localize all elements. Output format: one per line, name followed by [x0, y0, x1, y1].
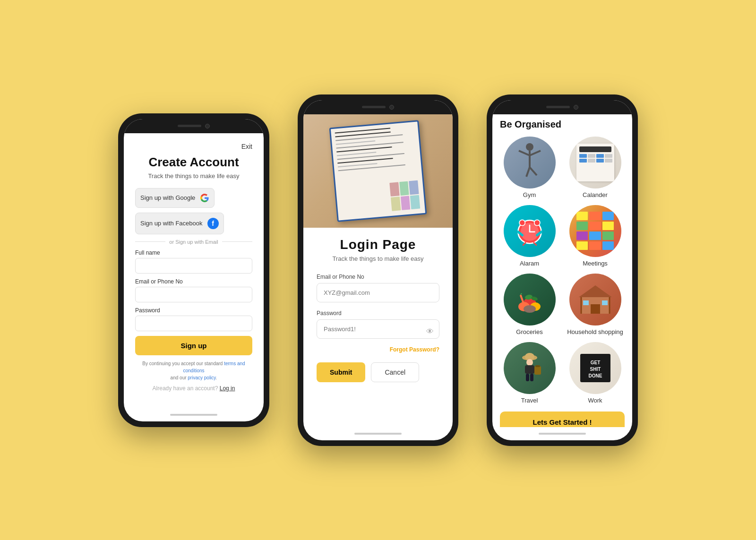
travel-label: Travel — [521, 397, 538, 404]
svg-point-19 — [524, 305, 536, 313]
google-icon — [200, 193, 209, 203]
category-meetings[interactable]: Meetings — [566, 205, 625, 267]
email-divider: or Sign up with Email — [135, 239, 252, 245]
camera3 — [574, 105, 578, 110]
phone3-screen: Be Organised — [492, 100, 632, 440]
forgot-password-link[interactable]: Forgot Password? — [317, 346, 439, 353]
login-buttons: Submit Cancel — [317, 362, 439, 382]
privacy-link[interactable]: privacy policy — [188, 375, 215, 380]
create-account-content: Exit Create Account Track the things to … — [124, 133, 264, 408]
notebook-lines — [335, 126, 418, 171]
travel-circle — [504, 342, 556, 394]
submit-button[interactable]: Submit — [317, 362, 365, 382]
phone2-notch-bar — [303, 100, 453, 114]
login-password-label: Password — [317, 310, 439, 317]
camera — [205, 124, 210, 129]
svg-point-32 — [526, 359, 533, 366]
household-circle — [569, 274, 621, 326]
phone1-notch — [165, 120, 222, 133]
create-account-subtitle: Track the things to make life easy — [135, 172, 252, 180]
camera2 — [389, 105, 394, 110]
work-circle: GET SHIT DONE — [569, 342, 621, 394]
phone3-notch-bar — [492, 100, 632, 114]
work-visual: GET SHIT DONE — [569, 342, 621, 394]
category-calendar[interactable]: Calander — [566, 137, 625, 198]
eye-icon[interactable]: 👁 — [426, 327, 434, 336]
get-started-button[interactable]: Lets Get Started ! — [500, 411, 625, 427]
category-gym[interactable]: Gym — [500, 137, 559, 198]
category-groceries[interactable]: Groceries — [500, 274, 559, 335]
dashboard-header: Be Organised — [500, 119, 625, 130]
speaker2 — [362, 106, 386, 108]
home-bar2 — [354, 433, 402, 435]
signup-button[interactable]: Sign up — [135, 336, 252, 355]
groceries-visual — [504, 274, 556, 326]
login-link[interactable]: Log in — [220, 385, 235, 392]
login-password-input[interactable] — [317, 319, 439, 339]
category-household[interactable]: Household shopping — [566, 274, 625, 335]
fullname-input[interactable] — [135, 258, 252, 274]
meetings-visual — [569, 205, 621, 257]
calendar-circle — [569, 137, 621, 189]
svg-rect-25 — [591, 304, 600, 314]
speaker — [178, 125, 201, 127]
login-hero-image — [303, 114, 453, 228]
email-label: Email or Phone No — [135, 278, 252, 285]
gym-label: Gym — [523, 191, 536, 198]
svg-rect-35 — [535, 365, 540, 367]
facebook-signup-button[interactable]: Sign up with Facebook f — [135, 213, 224, 234]
meetings-label: Meetings — [583, 260, 608, 267]
password-input[interactable] — [135, 316, 252, 331]
google-signup-label: Sign up with Google — [140, 194, 195, 201]
facebook-signup-label: Sign up with Facebook — [140, 220, 203, 227]
svg-text:GET: GET — [590, 360, 600, 365]
categories-grid: Gym — [500, 137, 625, 404]
gym-visual — [504, 137, 556, 189]
cancel-button[interactable]: Cancel — [371, 362, 419, 382]
login-content: Login Page Track the things to make life… — [303, 114, 453, 427]
nb-line — [337, 152, 377, 156]
gym-icon — [513, 141, 546, 184]
svg-text:SHIT: SHIT — [590, 367, 601, 372]
category-alarm[interactable]: Alaram — [500, 205, 559, 267]
svg-point-11 — [534, 220, 540, 225]
svg-text:DONE: DONE — [588, 373, 602, 378]
phones-container: Exit Create Account Track the things to … — [99, 76, 657, 465]
login-title: Login Page — [317, 237, 439, 252]
phone3-notch — [534, 101, 591, 114]
phone2-home-bar — [303, 427, 453, 440]
category-travel[interactable]: Travel — [500, 342, 559, 404]
groceries-circle — [504, 274, 556, 326]
category-work[interactable]: GET SHIT DONE Work — [566, 342, 625, 404]
svg-rect-37 — [530, 374, 533, 381]
phone2-screen: Login Page Track the things to make life… — [303, 100, 453, 440]
phone1-home-bar — [124, 408, 264, 421]
work-icon: GET SHIT DONE — [576, 349, 614, 387]
calendar-label: Calander — [583, 191, 608, 198]
exit-button[interactable]: Exit — [135, 143, 252, 150]
password-label: Password — [135, 307, 252, 314]
notebook-illustration — [329, 120, 427, 222]
svg-rect-34 — [534, 366, 541, 375]
svg-point-0 — [526, 143, 533, 151]
login-email-input[interactable] — [317, 283, 439, 302]
speaker3 — [546, 106, 570, 108]
alarm-circle — [504, 205, 556, 257]
household-visual — [569, 274, 621, 326]
facebook-icon: f — [207, 218, 219, 229]
alarm-icon — [513, 214, 546, 248]
svg-line-2 — [519, 151, 530, 155]
calendar-visual — [569, 137, 621, 189]
travel-visual — [504, 342, 556, 394]
fullname-label: Full name — [135, 249, 252, 256]
svg-line-3 — [530, 151, 541, 155]
work-label: Work — [588, 397, 602, 404]
phone3-home-bar — [492, 427, 632, 440]
gym-circle — [504, 137, 556, 189]
google-signup-button[interactable]: Sign up with Google — [135, 188, 215, 208]
phone1-notch-bar — [124, 119, 264, 133]
svg-line-4 — [526, 167, 530, 177]
divider-text: or Sign up with Email — [169, 239, 218, 245]
email-input[interactable] — [135, 287, 252, 302]
terms-text: By continuing you accept our standard te… — [135, 360, 252, 381]
